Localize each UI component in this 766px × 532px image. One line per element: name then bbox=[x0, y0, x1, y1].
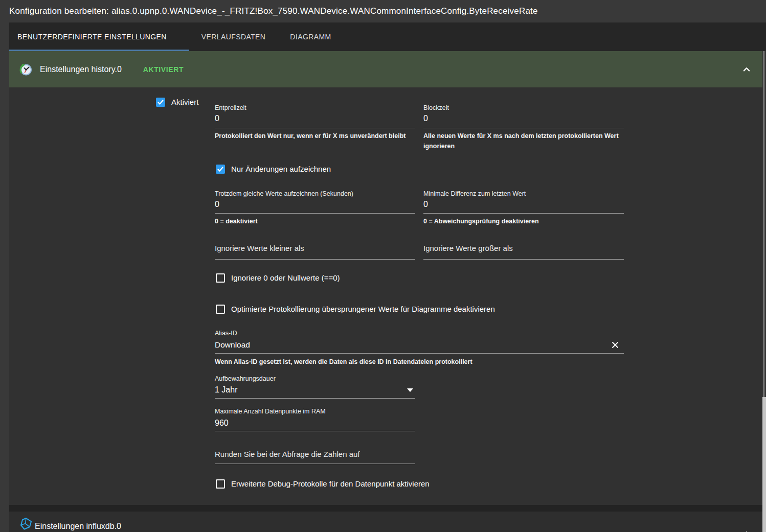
runden-input[interactable] bbox=[215, 450, 415, 458]
influxdb-section-header[interactable]: Einstellungen influxdb.0 bbox=[9, 512, 766, 532]
entprellzeit-input[interactable] bbox=[215, 114, 415, 123]
gleiche-werte-underline bbox=[215, 213, 415, 214]
aufbewahrungsdauer-label: Aufbewahrungsdauer bbox=[215, 375, 276, 383]
history-section-header[interactable]: Einstellungen history.0 AKTIVIERT bbox=[9, 51, 766, 87]
runden-underline bbox=[215, 464, 415, 464]
history-status-badge: AKTIVIERT bbox=[143, 65, 184, 74]
clear-x-icon bbox=[611, 340, 620, 350]
checkmark-icon bbox=[217, 166, 224, 173]
min-differenz-helper: 0 = Abweichungsprüfung deaktivieren bbox=[423, 216, 624, 226]
dropdown-caret-icon bbox=[407, 388, 413, 392]
aufbewahrungsdauer-value: 1 Jahr bbox=[215, 385, 237, 394]
tab-bar: BENUTZERDEFINIERTE EINSTELLUNGEN VERLAUF… bbox=[9, 22, 766, 51]
min-differenz-label: Minimale Differenz zum letzten Wert bbox=[423, 190, 526, 198]
history-clock-icon bbox=[18, 62, 33, 77]
ignoriere-groesser-input[interactable] bbox=[423, 244, 624, 252]
max-datenpunkte-input[interactable] bbox=[215, 419, 415, 428]
min-differenz-underline bbox=[423, 213, 624, 214]
panel-divider bbox=[9, 505, 766, 512]
chevron-up-icon bbox=[741, 64, 752, 75]
max-datenpunkte-label: Maximale Anzahl Datenpunkte im RAM bbox=[215, 408, 326, 415]
entprellzeit-helper: Protokolliert den Wert nur, wenn er für … bbox=[215, 131, 415, 141]
blockzeit-input[interactable] bbox=[423, 114, 624, 123]
alias-id-underline bbox=[215, 353, 624, 354]
debug-protokolle-checkbox[interactable] bbox=[216, 479, 225, 489]
history-settings-form: Aktiviert Entprellzeit Protokolliert den… bbox=[9, 87, 766, 505]
tab-verlaufsdaten[interactable]: VERLAUFSDATEN bbox=[189, 22, 278, 51]
optimierte-protokollierung-label: Optimierte Protokollierung übersprungene… bbox=[231, 304, 495, 314]
optimierte-protokollierung-checkbox[interactable] bbox=[216, 305, 225, 314]
ignoriere-null-checkbox[interactable] bbox=[216, 273, 225, 283]
tab-label: VERLAUFSDATEN bbox=[201, 33, 266, 41]
alias-id-clear-button[interactable] bbox=[611, 340, 620, 352]
gleiche-werte-label: Trotzdem gleiche Werte aufzeichnen (Seku… bbox=[215, 190, 353, 198]
influxdb-collapse-button[interactable] bbox=[740, 527, 753, 532]
aktiviert-label: Aktiviert bbox=[171, 97, 198, 107]
tab-benutzerdefinierte-einstellungen[interactable]: BENUTZERDEFINIERTE EINSTELLUNGEN bbox=[9, 22, 189, 51]
entprellzeit-label: Entprellzeit bbox=[215, 104, 246, 112]
alias-id-helper: Wenn Alias-ID gesetzt ist, werden die Da… bbox=[215, 357, 624, 367]
tab-label: DIAGRAMM bbox=[290, 33, 331, 41]
debug-protokolle-label: Erweiterte Debug-Protokolle für den Date… bbox=[231, 479, 430, 489]
scrollbar-track[interactable] bbox=[762, 51, 766, 532]
ignoriere-null-label: Ignoriere 0 oder Nullwerte (==0) bbox=[231, 273, 340, 283]
nur-aenderungen-checkbox[interactable] bbox=[216, 165, 225, 174]
ignoriere-groesser-underline bbox=[423, 259, 624, 260]
influxdb-section-title: Einstellungen influxdb.0 bbox=[35, 522, 121, 531]
alias-id-label: Alias-ID bbox=[215, 330, 237, 337]
influxdb-cube-icon bbox=[19, 517, 33, 530]
blockzeit-helper: Alle neuen Werte für X ms nach dem letzt… bbox=[423, 131, 624, 151]
history-section-title: Einstellungen history.0 bbox=[40, 65, 122, 74]
dialog-title: Konfiguration bearbeiten: alias.0.upnp.0… bbox=[9, 6, 538, 16]
dialog-title-bar: Konfiguration bearbeiten: alias.0.upnp.0… bbox=[0, 0, 766, 22]
blockzeit-label: Blockzeit bbox=[423, 104, 449, 112]
checkmark-icon bbox=[157, 99, 164, 106]
tab-label: BENUTZERDEFINIERTE EINSTELLUNGEN bbox=[17, 33, 167, 41]
gleiche-werte-helper: 0 = deaktiviert bbox=[215, 216, 415, 226]
chevron-up-icon bbox=[741, 528, 752, 532]
aufbewahrungsdauer-select[interactable]: 1 Jahr bbox=[215, 385, 415, 395]
aufbewahrungsdauer-underline bbox=[215, 398, 415, 399]
blockzeit-underline bbox=[423, 128, 624, 128]
aktiviert-checkbox[interactable] bbox=[156, 98, 165, 107]
min-differenz-input[interactable] bbox=[423, 200, 624, 209]
nur-aenderungen-label: Nur Änderungen aufzeichnen bbox=[231, 164, 331, 174]
history-collapse-button[interactable] bbox=[740, 63, 753, 76]
ignoriere-kleiner-underline bbox=[215, 259, 415, 260]
scrollbar-thumb[interactable] bbox=[762, 397, 766, 532]
scrollbar-track-line bbox=[763, 51, 764, 397]
entprellzeit-underline bbox=[215, 128, 415, 128]
tab-diagramm[interactable]: DIAGRAMM bbox=[278, 22, 343, 51]
gleiche-werte-input[interactable] bbox=[215, 200, 415, 209]
alias-id-input[interactable] bbox=[215, 340, 603, 350]
ignoriere-kleiner-input[interactable] bbox=[215, 244, 415, 252]
config-dialog: BENUTZERDEFINIERTE EINSTELLUNGEN VERLAUF… bbox=[9, 22, 766, 532]
max-datenpunkte-underline bbox=[215, 431, 415, 431]
